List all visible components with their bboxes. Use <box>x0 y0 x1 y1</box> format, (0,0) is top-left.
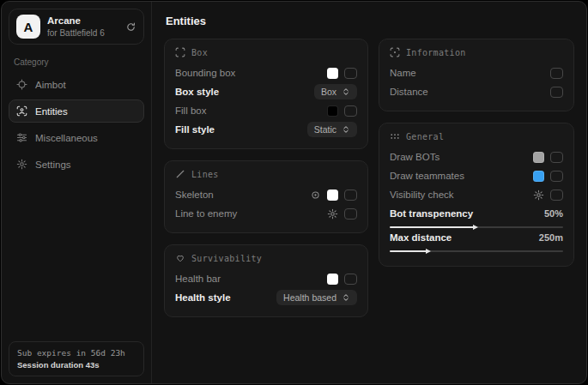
row-label: Fill style <box>175 124 215 135</box>
entity-scan-icon <box>16 105 27 117</box>
chevron-up-down-icon <box>342 125 350 134</box>
bot-transparency-slider-group: Bot transpenency 50% <box>390 208 563 228</box>
card-title: Survivability <box>191 254 262 263</box>
health-bar-row: Health bar <box>175 269 357 288</box>
slider-fill <box>390 226 476 228</box>
name-row: Name <box>390 63 563 82</box>
row-label: Fill box <box>175 105 206 116</box>
line-to-enemy-row: Line to enemy <box>175 204 357 223</box>
color-swatch[interactable] <box>327 68 338 79</box>
draw-teammates-row: Draw teammates <box>390 166 563 185</box>
general-card: General Draw BOTs Draw teammates <box>379 123 574 267</box>
dots-grid-icon <box>390 131 400 141</box>
max-distance-slider[interactable] <box>390 250 563 252</box>
session-box: Sub expires in 56d 23h Session duration … <box>9 341 144 376</box>
line-to-enemy-toggle[interactable] <box>344 208 357 220</box>
visibility-check-toggle[interactable] <box>550 189 563 201</box>
sidebar-item-entities[interactable]: Entities <box>9 99 144 123</box>
slider-value: 50% <box>544 208 563 219</box>
corner-brackets-icon <box>175 47 185 57</box>
card-title: Box <box>191 48 208 57</box>
bounding-box-row: Bounding box <box>175 63 357 82</box>
lines-card: Lines Skeleton <box>164 160 368 233</box>
row-label: Box style <box>175 87 219 97</box>
visibility-check-row: Visibility check <box>390 185 563 204</box>
row-label: Name <box>390 68 416 78</box>
sliders-icon <box>16 132 27 143</box>
skeleton-row: Skeleton <box>175 185 357 204</box>
general-card-header: General <box>390 131 563 141</box>
row-label: Line to enemy <box>175 208 237 219</box>
information-card: Information Name Distance <box>379 39 574 111</box>
card-columns: Box Bounding box Box style Box <box>164 39 574 328</box>
row-label: Health bar <box>175 274 221 284</box>
draw-bots-row: Draw BOTs <box>390 147 563 166</box>
sub-expiry-text: Sub expires in 56d 23h <box>17 348 136 358</box>
lines-card-header: Lines <box>175 169 357 179</box>
diagonal-line-icon <box>175 169 185 179</box>
dropdown-value: Static <box>314 124 336 135</box>
brand-text: Arcane for Battlefield 6 <box>47 15 105 39</box>
sync-icon[interactable] <box>125 21 136 33</box>
skeleton-settings-icon[interactable] <box>310 189 321 201</box>
row-label: Skeleton <box>175 189 214 200</box>
row-label: Health style <box>175 292 231 303</box>
right-column: Information Name Distance <box>379 39 574 278</box>
sidebar-item-label: Aimbot <box>35 80 66 90</box>
session-duration-text: Session duration 43s <box>17 360 136 370</box>
app-window: A Arcane for Battlefield 6 Category Aimb… <box>1 1 587 384</box>
row-label: Draw teammates <box>390 171 464 181</box>
slider-fill <box>390 250 429 252</box>
health-bar-toggle[interactable] <box>344 274 357 285</box>
row-label: Visibility check <box>390 189 454 200</box>
fill-style-row: Fill style Static <box>175 120 357 139</box>
sidebar: A Arcane for Battlefield 6 Category Aimb… <box>2 2 152 383</box>
fill-style-dropdown[interactable]: Static <box>307 122 357 137</box>
gear-icon[interactable] <box>327 208 338 220</box>
sidebar-item-miscellaneous[interactable]: Miscellaneous <box>9 126 144 149</box>
color-swatch[interactable] <box>533 152 544 163</box>
slider-label: Bot transpenency <box>390 208 473 219</box>
skeleton-toggle[interactable] <box>344 189 357 201</box>
box-style-dropdown[interactable]: Box <box>314 84 357 99</box>
chevron-up-down-icon <box>342 87 350 96</box>
distance-toggle[interactable] <box>550 87 563 98</box>
color-swatch[interactable] <box>533 171 544 182</box>
left-column: Box Bounding box Box style Box <box>164 39 368 328</box>
color-swatch[interactable] <box>327 189 338 201</box>
app-subtitle: for Battlefield 6 <box>47 28 105 39</box>
card-title: Lines <box>191 170 219 179</box>
page-title: Entities <box>166 15 574 27</box>
color-swatch[interactable] <box>327 274 338 285</box>
gear-icon <box>16 159 27 170</box>
sidebar-item-aimbot[interactable]: Aimbot <box>9 73 144 96</box>
name-toggle[interactable] <box>550 68 563 79</box>
scan-dot-icon <box>390 47 400 57</box>
draw-bots-toggle[interactable] <box>550 152 563 163</box>
color-swatch[interactable] <box>327 105 338 117</box>
slider-label: Max distance <box>390 232 452 243</box>
box-card-header: Box <box>175 47 357 57</box>
distance-row: Distance <box>390 82 563 101</box>
health-style-row: Health style Health based <box>175 288 357 307</box>
slider-value: 250m <box>539 232 563 243</box>
fill-box-toggle[interactable] <box>344 105 357 117</box>
gear-icon[interactable] <box>533 189 544 201</box>
box-card: Box Bounding box Box style Box <box>164 39 368 149</box>
bounding-box-toggle[interactable] <box>344 68 357 79</box>
card-title: General <box>406 132 444 141</box>
row-label: Bounding box <box>175 68 235 78</box>
survivability-card-header: Survivability <box>175 253 357 263</box>
sidebar-item-settings[interactable]: Settings <box>9 153 144 176</box>
dropdown-value: Box <box>321 87 336 97</box>
bot-transparency-slider[interactable] <box>390 226 563 228</box>
draw-teammates-toggle[interactable] <box>550 171 563 182</box>
dropdown-value: Health based <box>283 292 336 303</box>
app-name: Arcane <box>47 15 105 27</box>
sidebar-nav: Aimbot Entities Miscella <box>9 73 144 179</box>
crosshair-icon <box>16 79 27 90</box>
sidebar-item-label: Settings <box>35 159 71 170</box>
heart-icon <box>175 253 185 263</box>
sidebar-item-label: Miscellaneous <box>35 133 98 143</box>
health-style-dropdown[interactable]: Health based <box>276 290 357 305</box>
